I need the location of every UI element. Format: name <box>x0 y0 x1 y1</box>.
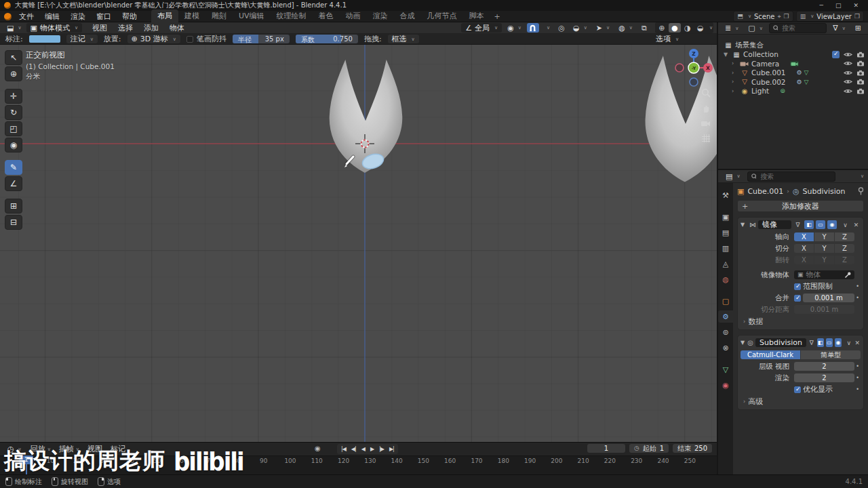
workspace-tab-3[interactable]: UV编辑 <box>233 9 271 22</box>
show-on-cage-toggle[interactable]: ∇ <box>793 220 802 229</box>
pin-icon[interactable]: ⌖ <box>778 13 781 20</box>
properties-tab-world[interactable]: ◍ <box>718 273 733 285</box>
modifier-data-icon[interactable]: ▽ <box>804 69 809 76</box>
axis-y-button[interactable]: Y <box>814 232 834 241</box>
mirror-data-section[interactable]: ›数据 <box>741 317 861 326</box>
render-visibility-icon[interactable] <box>856 88 865 94</box>
expand-icon[interactable]: › <box>732 70 740 76</box>
outliner-row-camera[interactable]: › Camera <box>718 59 868 68</box>
properties-tab-material[interactable]: ◉ <box>718 379 733 391</box>
tool-transform[interactable]: ◉ <box>5 138 22 152</box>
collapse-icon[interactable]: ▼ <box>741 340 745 346</box>
properties-tab-object-data[interactable]: ▽ <box>718 363 733 375</box>
properties-tab-constraints[interactable]: ⊗ <box>718 342 733 354</box>
light-data-icon[interactable]: ⊚ <box>780 87 785 94</box>
shading-rendered-button[interactable]: ◒ <box>694 23 707 33</box>
workspace-tab-5[interactable]: 着色 <box>313 9 340 22</box>
hide-eye-icon[interactable] <box>844 88 852 94</box>
playback-prev-keyframe[interactable]: ◀| <box>349 445 358 453</box>
timeline-menu-1[interactable]: 插帧∨ <box>56 444 82 454</box>
modifier-name-field[interactable]: 镜像 <box>758 220 791 229</box>
add-workspace-button[interactable]: + <box>490 12 505 21</box>
properties-tab-physics[interactable]: ⊚ <box>718 326 733 338</box>
workspace-tab-4[interactable]: 纹理绘制 <box>271 9 313 22</box>
placement-selector[interactable]: ⊕3D 游标∨ <box>127 35 180 43</box>
frame-end-field[interactable]: 结束250 <box>673 444 712 453</box>
drag-mode-selector[interactable]: 框选∨ <box>388 35 419 43</box>
workspace-tab-2[interactable]: 雕刻 <box>205 9 233 22</box>
viewport-menu-0[interactable]: 视图 <box>87 22 112 34</box>
tool-scale[interactable]: ◰ <box>5 121 22 136</box>
modifier-name-field[interactable]: Subdivision <box>755 338 806 347</box>
scene-selector[interactable]: ⬒∨ Scene ⌖ ❐ <box>733 11 793 22</box>
merge-checkbox[interactable] <box>794 295 801 302</box>
close-button[interactable]: ✕ <box>853 2 859 9</box>
pin-icon[interactable] <box>858 187 864 195</box>
timeline-menu-2[interactable]: 视图∨ <box>85 444 105 454</box>
mode-selector[interactable]: ▣物体模式∨ <box>26 23 83 33</box>
render-visibility-icon[interactable] <box>856 52 865 58</box>
hide-eye-icon[interactable] <box>844 70 852 76</box>
show-in-editmode-toggle[interactable]: ◧ <box>804 220 814 229</box>
new-collection-button[interactable]: ⊞ <box>852 23 865 33</box>
copy-viewlayer-icon[interactable]: ❐ <box>854 13 860 20</box>
outliner-filter-button[interactable]: ∇∨ <box>829 23 848 33</box>
show-render-toggle[interactable]: ◉ <box>835 338 842 347</box>
mirror-object-field[interactable]: ▣ 物体 <box>794 270 854 279</box>
properties-options-icon[interactable]: ∨ <box>861 174 864 179</box>
outliner-row-light[interactable]: › ◉ Light ⊚ <box>718 87 868 96</box>
factor-slider[interactable]: 系数 0.750 <box>296 35 358 43</box>
properties-tab-output[interactable]: ▤ <box>718 226 733 239</box>
collapse-icon[interactable]: ▼ <box>724 52 732 58</box>
annotation-color-swatch[interactable] <box>29 35 60 43</box>
tool-cursor[interactable]: ⊕ <box>5 66 22 81</box>
shading-material-button[interactable]: ◑ <box>682 23 694 33</box>
proportional-edit-toggle[interactable]: ◎ <box>555 23 568 33</box>
tool-measure[interactable]: ∠ <box>5 176 22 191</box>
playback-next-keyframe[interactable]: |▶ <box>377 445 386 453</box>
maximize-button[interactable]: □ <box>835 2 842 9</box>
outliner-search[interactable] <box>769 23 827 33</box>
timeline-ruler[interactable]: 1 10203040506070809010011012013014015016… <box>0 455 717 475</box>
menu-3[interactable]: 窗口 <box>92 11 116 22</box>
tool-rotate[interactable]: ↻ <box>5 105 22 120</box>
camera-data-icon[interactable] <box>790 61 799 66</box>
subdivision-advanced-section[interactable]: ›高级 <box>741 396 861 406</box>
show-realtime-toggle[interactable]: ▭ <box>826 338 833 347</box>
gizmo-minus-z-axis[interactable] <box>690 78 698 86</box>
workspace-tab-10[interactable]: 脚本 <box>463 9 490 22</box>
properties-tab-view-layer[interactable]: ▥ <box>718 242 733 254</box>
workspace-tab-1[interactable]: 建模 <box>178 9 205 22</box>
outliner-search-input[interactable] <box>781 24 823 33</box>
axis-x-button[interactable]: X <box>794 232 814 241</box>
outliner-filter-mode[interactable]: ▢∨ <box>745 23 766 33</box>
copy-scene-icon[interactable]: ❐ <box>784 13 789 20</box>
catmull-clark-button[interactable]: Catmull-Clark <box>741 350 800 359</box>
camera-view-icon[interactable] <box>701 119 711 127</box>
expand-icon[interactable]: › <box>732 60 740 66</box>
playback-play[interactable]: ▶ <box>368 445 376 453</box>
modifier-extras-dropdown[interactable]: ∨ <box>841 220 850 229</box>
modifier-data-icon[interactable]: ▽ <box>804 79 809 85</box>
flip-x-button[interactable]: X <box>794 256 814 264</box>
outliner-display-mode[interactable]: ≣∨ <box>722 23 742 33</box>
bisect-distance-field[interactable]: 0.001 m <box>794 305 854 314</box>
pan-hand-icon[interactable] <box>701 104 711 113</box>
gizmos-selector[interactable]: ➤∨ <box>593 23 613 33</box>
hide-eye-icon[interactable] <box>844 52 852 58</box>
bisect-x-button[interactable]: X <box>794 244 814 253</box>
outliner-row-scene-collection[interactable]: ▦ 场景集合 <box>718 41 868 50</box>
expand-icon[interactable]: › <box>732 88 740 94</box>
modifier-wrench-icon[interactable]: ⚙ <box>797 69 802 76</box>
eyedropper-icon[interactable] <box>844 272 851 279</box>
viewport-menu-3[interactable]: 物体 <box>165 22 189 34</box>
render-visibility-icon[interactable] <box>856 70 865 76</box>
3d-viewport[interactable]: 正交前视图 (1) Collection | Cube.001 分米 ↖⊕✛↻◰… <box>0 45 717 442</box>
properties-tab-tool[interactable]: ⚒ <box>718 189 733 201</box>
viewport-menu-1[interactable]: 选择 <box>113 22 138 34</box>
app-menu-icon[interactable] <box>4 13 12 20</box>
menu-1[interactable]: 编辑 <box>40 11 64 22</box>
clipping-checkbox[interactable] <box>794 283 801 290</box>
bisect-z-button[interactable]: Z <box>835 244 854 253</box>
auto-keying-button[interactable]: ◉ <box>315 445 321 452</box>
